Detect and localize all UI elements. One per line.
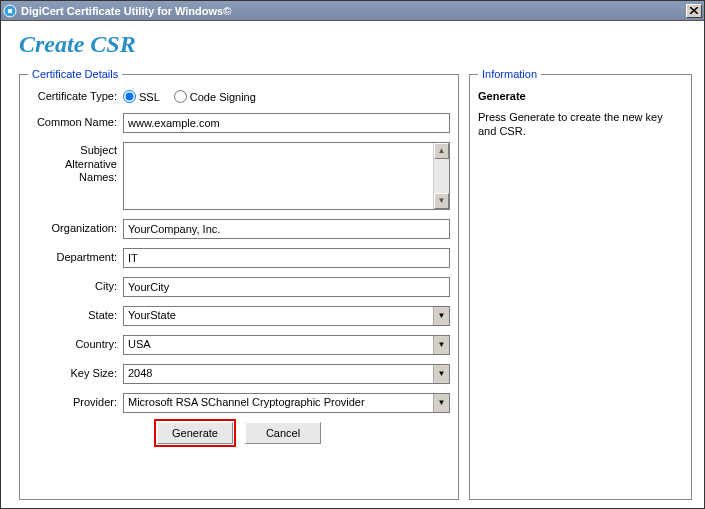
close-button[interactable] [686,4,702,18]
state-row: State: YourState ▼ [28,306,450,326]
keysize-row: Key Size: 2048 ▼ [28,364,450,384]
country-select[interactable]: USA ▼ [123,335,450,355]
city-input[interactable] [123,277,450,297]
cert-type-code-option[interactable]: Code Signing [174,90,256,103]
city-label: City: [28,280,123,294]
svg-rect-1 [8,9,12,13]
content-area: Create CSR Certificate Details Certifica… [1,21,704,508]
state-label: State: [28,309,123,323]
info-title: Generate [478,90,683,102]
city-row: City: [28,277,450,297]
cert-type-group: SSL Code Signing [123,90,450,103]
department-label: Department: [28,251,123,265]
common-name-label: Common Name: [28,116,123,130]
san-input[interactable]: ▲ ▼ [123,142,450,210]
common-name-row: Common Name: [28,113,450,133]
page-title: Create CSR [19,31,692,58]
country-row: Country: USA ▼ [28,335,450,355]
cert-type-ssl-radio[interactable] [123,90,136,103]
info-text: Press Generate to create the new key and… [478,110,683,139]
chevron-down-icon[interactable]: ▼ [433,365,449,383]
chevron-down-icon[interactable]: ▼ [433,307,449,325]
chevron-down-icon[interactable]: ▼ [433,336,449,354]
cert-type-code-radio[interactable] [174,90,187,103]
cert-type-ssl-option[interactable]: SSL [123,90,160,103]
cert-type-row: Certificate Type: SSL Code Signing [28,90,450,104]
info-legend: Information [478,68,541,80]
department-input[interactable] [123,248,450,268]
keysize-select[interactable]: 2048 ▼ [123,364,450,384]
scroll-down-icon[interactable]: ▼ [434,193,449,209]
titlebar: DigiCert Certificate Utility for Windows… [1,1,704,21]
scroll-up-icon[interactable]: ▲ [434,143,449,159]
certificate-details-panel: Certificate Details Certificate Type: SS… [19,68,459,500]
provider-row: Provider: Microsoft RSA SChannel Cryptog… [28,393,450,413]
san-label: Subject Alternative Names: [28,142,123,185]
panels-row: Certificate Details Certificate Type: SS… [19,68,692,500]
san-scrollbar[interactable]: ▲ ▼ [433,143,449,209]
provider-label: Provider: [28,396,123,410]
information-panel: Information Generate Press Generate to c… [469,68,692,500]
app-icon [3,4,17,18]
button-row: Generate Cancel [28,422,450,444]
generate-button[interactable]: Generate [157,422,233,444]
keysize-label: Key Size: [28,367,123,381]
san-row: Subject Alternative Names: ▲ ▼ [28,142,450,210]
common-name-input[interactable] [123,113,450,133]
state-select[interactable]: YourState ▼ [123,306,450,326]
cert-type-label: Certificate Type: [28,90,123,104]
organization-row: Organization: [28,219,450,239]
department-row: Department: [28,248,450,268]
organization-label: Organization: [28,222,123,236]
cancel-button[interactable]: Cancel [245,422,321,444]
country-label: Country: [28,338,123,352]
details-legend: Certificate Details [28,68,122,80]
window-title: DigiCert Certificate Utility for Windows… [21,5,686,17]
chevron-down-icon[interactable]: ▼ [433,394,449,412]
provider-select[interactable]: Microsoft RSA SChannel Cryptographic Pro… [123,393,450,413]
organization-input[interactable] [123,219,450,239]
